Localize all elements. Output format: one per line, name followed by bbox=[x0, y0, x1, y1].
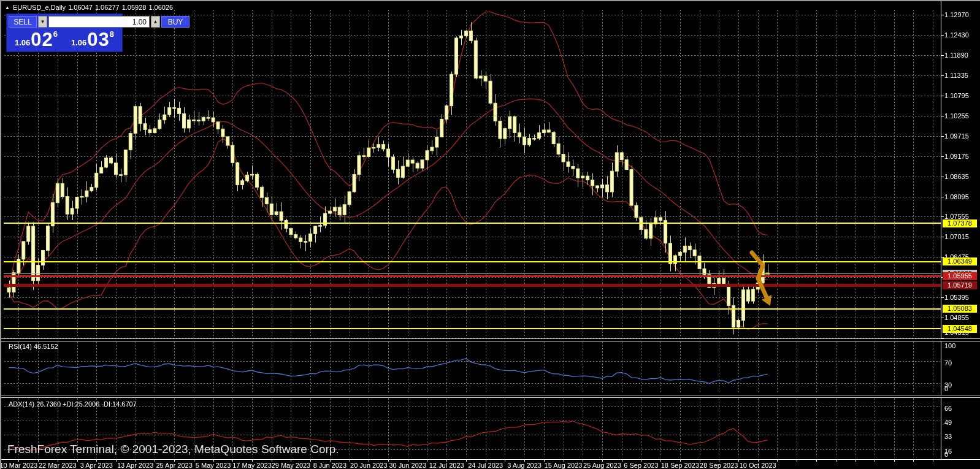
symbol-period-label: EURUSD_e,Daily bbox=[13, 4, 66, 11]
price-tick-label: 1.11335 bbox=[944, 72, 968, 79]
buy-price-sup: 8 bbox=[110, 30, 114, 38]
rsi-tick-label: 0 bbox=[944, 385, 948, 392]
date-tick-label: 3 Aug 2023 bbox=[507, 462, 542, 469]
date-axis-separator bbox=[1, 459, 980, 460]
adx-tick-label: 66 bbox=[944, 405, 952, 412]
date-tick-label: 8 Jun 2023 bbox=[313, 462, 346, 469]
adx-tick-label: 33 bbox=[944, 433, 952, 440]
support-line-2[interactable] bbox=[4, 328, 941, 329]
date-tick-label: 13 Apr 2023 bbox=[117, 462, 153, 469]
rsi-tick-label: 70 bbox=[944, 359, 952, 367]
ohlc-open: 1.06047 bbox=[68, 4, 93, 11]
rsi-tick-label: 100 bbox=[944, 342, 955, 349]
support-line-1[interactable] bbox=[4, 308, 941, 310]
ohlc-high: 1.06277 bbox=[95, 4, 120, 11]
date-tick-label: 17 May 2023 bbox=[232, 462, 272, 469]
buy-button[interactable]: BUY bbox=[161, 16, 189, 28]
date-tick-label: 20 Jun 2023 bbox=[350, 462, 388, 469]
rsi-panel-splitter[interactable] bbox=[1, 338, 980, 341]
date-tick-label: 29 May 2023 bbox=[272, 462, 311, 469]
red-level-upper[interactable] bbox=[4, 275, 941, 277]
volume-input[interactable] bbox=[48, 16, 150, 28]
adx-indicator-label: ADX(14) 26.7360 +DI:25.2006 -DI:14.6707 bbox=[9, 400, 137, 408]
price-tick-label: 1.09715 bbox=[944, 132, 969, 140]
date-tick-label: 5 May 2023 bbox=[196, 462, 231, 469]
resistance-line-1[interactable] bbox=[4, 223, 941, 224]
price-tick-label: 1.08095 bbox=[944, 193, 969, 200]
buy-price-small: 1.06 bbox=[71, 37, 86, 49]
price-tick-label: 1.05395 bbox=[944, 294, 969, 301]
date-tick-label: 24 Jul 2023 bbox=[468, 462, 503, 469]
price-tick-label: 1.10255 bbox=[944, 112, 969, 120]
sell-price-sup: 6 bbox=[53, 30, 58, 38]
chevron-down-icon: ▼ bbox=[40, 19, 45, 25]
price-level-label-yellow-level: 1.07378 bbox=[943, 219, 977, 227]
date-tick-label: 15 Aug 2023 bbox=[545, 462, 583, 469]
price-tick-label: 1.04855 bbox=[944, 314, 969, 321]
buy-price-display[interactable]: 1.06 03 8 bbox=[65, 29, 120, 50]
price-chart-canvas[interactable] bbox=[1, 1, 980, 469]
adx-tick-label: 49 bbox=[944, 419, 952, 426]
date-tick-label: 22 Mar 2023 bbox=[39, 462, 77, 469]
price-level-label-yellow-level: 1.06349 bbox=[943, 257, 977, 265]
terminal-copyright: FreshForex Terminal, © 2001-2023, MetaQu… bbox=[7, 443, 339, 456]
sell-price-display[interactable]: 1.06 02 6 bbox=[9, 29, 64, 50]
date-tick-label: 10 Mar 2023 bbox=[0, 462, 37, 469]
sell-price-big: 02 bbox=[31, 30, 53, 49]
current-price-line[interactable] bbox=[4, 273, 941, 274]
price-level-label-red-level: 1.05955 bbox=[943, 272, 977, 280]
date-tick-label: 18 Sep 2023 bbox=[661, 462, 699, 469]
price-level-label-yellow-level: 1.05083 bbox=[943, 305, 977, 313]
price-level-label-red-level: 1.05719 bbox=[943, 281, 977, 289]
adx-tick-label: 0 bbox=[944, 451, 948, 458]
date-tick-label: 30 Jun 2023 bbox=[389, 462, 426, 469]
buy-price-big: 03 bbox=[87, 30, 109, 49]
adx-panel-splitter[interactable] bbox=[1, 395, 980, 398]
ohlc-close: 1.06026 bbox=[148, 4, 173, 11]
collapse-chart-icon[interactable]: ▲ bbox=[5, 5, 10, 10]
date-tick-label: 25 Apr 2023 bbox=[156, 462, 192, 469]
price-tick-label: 1.08635 bbox=[944, 173, 969, 180]
date-tick-label: 25 Aug 2023 bbox=[583, 462, 621, 469]
price-tick-label: 1.09175 bbox=[944, 153, 969, 160]
sell-button[interactable]: SELL bbox=[9, 16, 37, 28]
price-tick-label: 1.12430 bbox=[944, 31, 969, 39]
price-tick-label: 1.11890 bbox=[944, 51, 968, 59]
price-tick-label: 1.12970 bbox=[944, 11, 969, 18]
one-click-trading-panel: SELL ▼ ▲ BUY 1.06 02 6 1.06 03 8 bbox=[6, 13, 123, 52]
sell-price-small: 1.06 bbox=[15, 37, 30, 49]
resistance-line-2[interactable] bbox=[4, 261, 941, 262]
ohlc-low: 1.05928 bbox=[122, 4, 147, 11]
mt4-terminal-window: ▲EURUSD_e,Daily1.060471.062771.059281.06… bbox=[0, 0, 980, 469]
chart-title-bar: ▲EURUSD_e,Daily1.060471.062771.059281.06… bbox=[5, 4, 175, 11]
date-tick-label: 10 Oct 2023 bbox=[740, 462, 776, 469]
chevron-up-icon: ▲ bbox=[153, 19, 158, 25]
price-axis-separator bbox=[941, 1, 941, 459]
date-tick-label: 3 Apr 2023 bbox=[80, 462, 113, 469]
price-tick-label: 1.10795 bbox=[944, 92, 969, 99]
volume-decrease-button[interactable]: ▼ bbox=[38, 16, 47, 28]
rsi-indicator-label: RSI(14) 46.5152 bbox=[9, 343, 58, 350]
date-tick-label: 12 Jul 2023 bbox=[429, 462, 464, 469]
price-level-label-yellow-level: 1.04548 bbox=[943, 325, 977, 333]
price-tick-label: 1.07015 bbox=[944, 233, 969, 240]
red-level-lower[interactable] bbox=[4, 284, 941, 287]
volume-increase-button[interactable]: ▲ bbox=[151, 16, 160, 28]
date-tick-label: 6 Sep 2023 bbox=[624, 462, 658, 469]
date-tick-label: 28 Sep 2023 bbox=[700, 462, 738, 469]
